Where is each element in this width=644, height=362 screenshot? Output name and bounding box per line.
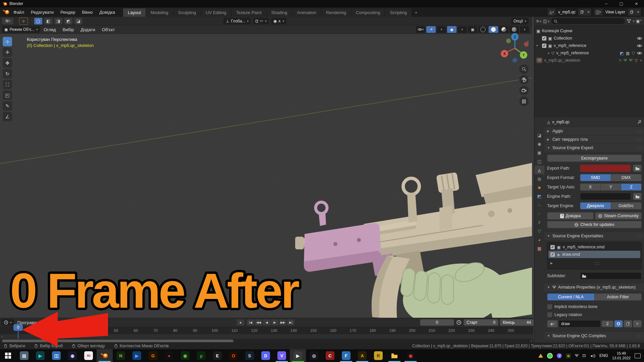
properties-tab-texture-icon[interactable]: ▦ bbox=[534, 244, 544, 253]
overlays-toggle[interactable]: ◉ bbox=[447, 26, 457, 33]
export-path-field[interactable] bbox=[580, 165, 631, 172]
outliner-row-collection[interactable]: ✓ ▣ Collection bbox=[534, 35, 644, 42]
frame-end-field[interactable]: Кінець44 bbox=[500, 319, 534, 326]
properties-tab-scene-icon[interactable]: ◬ bbox=[534, 166, 544, 174]
properties-tab-material-icon[interactable]: ◕ bbox=[534, 235, 544, 244]
visibility-dropdown[interactable]: ▾ bbox=[416, 26, 425, 33]
camera-view-icon[interactable] bbox=[519, 86, 529, 95]
new-scene-icon[interactable] bbox=[578, 8, 586, 16]
taskbar-topaz-video[interactable]: ▶ bbox=[129, 349, 145, 362]
playhead-line[interactable] bbox=[18, 331, 18, 339]
fake-user-shield-button[interactable] bbox=[614, 320, 623, 327]
workspace-tab-rendering[interactable]: Rendering bbox=[321, 8, 351, 17]
view-layer-selector[interactable]: ◫ ▾ View Layer × bbox=[594, 8, 641, 16]
eye-icon[interactable] bbox=[637, 36, 642, 41]
taskbar-utorrent[interactable]: µ bbox=[193, 349, 209, 362]
checkbox-checked[interactable]: ✓ bbox=[550, 245, 555, 249]
properties-tab-object-icon[interactable]: ■ bbox=[534, 183, 544, 192]
pose-icon[interactable]: Ψ bbox=[624, 58, 627, 63]
zoom-icon[interactable] bbox=[519, 64, 529, 74]
new-view-layer-icon[interactable] bbox=[628, 8, 635, 16]
steam-community-button[interactable]: Steam Community bbox=[595, 212, 642, 220]
next-keyframe-button[interactable]: ▶▶ bbox=[279, 319, 286, 325]
engine-source-button[interactable]: Джерело bbox=[580, 202, 611, 209]
taskbar-file-explorer[interactable] bbox=[386, 349, 402, 362]
axis-z-button[interactable]: Z bbox=[621, 184, 641, 190]
epic-games-icon[interactable]: E bbox=[213, 351, 222, 360]
workspace-tab-modeling[interactable]: Modeling bbox=[146, 8, 173, 17]
taskbar-blender[interactable] bbox=[97, 349, 113, 362]
workspace-tab-sculpting[interactable]: Sculpting bbox=[173, 8, 201, 17]
franz-icon[interactable]: F bbox=[342, 351, 351, 360]
scene-name[interactable]: v_mp5.qc bbox=[555, 10, 578, 14]
xray-toggle[interactable]: ▣ bbox=[468, 26, 477, 33]
scrollbar-handle[interactable] bbox=[2, 340, 233, 342]
taskbar-ubisoft-connect[interactable]: ◎ bbox=[306, 349, 322, 362]
volume-tray-icon[interactable]: ◄)) bbox=[590, 354, 595, 358]
viewport-menu-Вибір[interactable]: Вибір bbox=[59, 27, 77, 32]
checkbox-checked[interactable]: ✓ bbox=[542, 44, 546, 48]
disc-tool-icon[interactable]: ◉ bbox=[181, 351, 190, 360]
options-dropdown[interactable]: Опції ▾ bbox=[511, 18, 529, 24]
shading-dropdown[interactable]: ▾ bbox=[520, 26, 529, 33]
format-dmx-button[interactable]: DMX bbox=[611, 174, 642, 181]
armature-icon[interactable]: Ψ bbox=[536, 58, 542, 63]
expand-arrow-icon[interactable]: ▸ bbox=[548, 51, 550, 55]
media-player-classic-icon[interactable]: ▶ bbox=[293, 351, 302, 360]
export-button[interactable]: Експортувати bbox=[547, 155, 642, 162]
blender-logo-icon[interactable] bbox=[100, 351, 109, 360]
legacy-rotation-checkbox[interactable] bbox=[547, 312, 552, 317]
mp5-model[interactable] bbox=[295, 154, 532, 318]
filter-funnel-icon[interactable] bbox=[627, 19, 631, 23]
workspace-tab-animation[interactable]: Animation bbox=[292, 8, 321, 17]
viewport-menu-Додати[interactable]: Додати bbox=[77, 27, 99, 32]
tool-select-box-icon[interactable]: ⊹ bbox=[19, 18, 28, 24]
taskbar-disc-tool[interactable]: ◉ bbox=[177, 349, 193, 362]
workspace-tab-compositing[interactable]: Compositing bbox=[351, 8, 385, 17]
view-layer-name[interactable]: View Layer bbox=[603, 10, 628, 14]
modifier-wrench-icon[interactable]: ◩ bbox=[620, 51, 624, 56]
section-audio[interactable]: ▶Аудіо:::: bbox=[544, 127, 644, 135]
properties-tab-modifiers-icon[interactable]: ◩ bbox=[534, 192, 544, 200]
eye-icon[interactable] bbox=[637, 51, 642, 56]
panel-collapse-arrow[interactable]: ‹ bbox=[527, 39, 529, 44]
taskbar-aimp[interactable]: A bbox=[354, 349, 370, 362]
taskbar-gigapixel[interactable]: G bbox=[145, 349, 161, 362]
network-tray-icon[interactable]: ⊡ bbox=[582, 353, 586, 358]
pin-icon[interactable] bbox=[637, 120, 642, 124]
taskbar-ccleaner[interactable]: C bbox=[322, 349, 338, 362]
properties-tab-view-layer-icon[interactable]: ◫ bbox=[534, 157, 544, 166]
workspace-tab-shading[interactable]: Shading bbox=[267, 8, 292, 17]
taskbar-3d-youtube-downloader[interactable]: 3D bbox=[80, 349, 97, 362]
notepad-plus-icon[interactable]: N bbox=[116, 351, 125, 360]
exportable-reference-row[interactable]: ✓ ▣v_mp5_reference.smd bbox=[548, 243, 640, 251]
filmora-icon[interactable]: ▶ bbox=[36, 351, 45, 360]
navigation-gizmo[interactable]: Z X Y bbox=[500, 32, 530, 62]
implicit-motionless-checkbox[interactable] bbox=[547, 304, 552, 309]
shading-solid-icon[interactable] bbox=[489, 26, 498, 33]
frame-start-field[interactable]: Старт0 bbox=[464, 319, 498, 326]
section-rigid-world[interactable]: ▶Світ твердого тіла:::: bbox=[544, 135, 644, 143]
checkbox-checked[interactable]: ✓ bbox=[542, 36, 546, 41]
section-source-engine-export[interactable]: ▼Source Engine Export:::: bbox=[544, 143, 644, 152]
taskbar-screen-recorder[interactable]: ● bbox=[161, 349, 177, 362]
screen-recorder-icon[interactable]: ● bbox=[165, 351, 173, 360]
gizmo-toggle[interactable]: ↗ bbox=[426, 26, 436, 33]
engine-path-field[interactable] bbox=[580, 193, 631, 200]
eye-icon[interactable] bbox=[637, 43, 642, 48]
properties-tab-output-icon[interactable]: ▣ bbox=[534, 148, 544, 157]
select-mode-extend-icon[interactable]: ◧ bbox=[44, 18, 52, 24]
properties-tab-constraints-icon[interactable]: ◊ bbox=[534, 218, 544, 227]
taskbar-writer-app[interactable]: ◫ bbox=[48, 349, 64, 362]
outliner-filter-icon[interactable]: ◫ ▾ bbox=[543, 19, 549, 23]
copy-action-button[interactable] bbox=[624, 320, 632, 327]
properties-tab-physics-icon[interactable]: ◌ bbox=[534, 209, 544, 218]
video-editor-icon[interactable]: ▤ bbox=[20, 351, 29, 360]
tool-annotate[interactable]: ✎ bbox=[3, 101, 12, 111]
tool-select-box[interactable]: ⊹ bbox=[3, 37, 12, 46]
maximize-button[interactable]: ▢ bbox=[614, 0, 629, 7]
select-mode-intersect-icon[interactable]: ◪ bbox=[74, 18, 83, 24]
action-users-button[interactable]: 2 bbox=[601, 320, 613, 327]
tool-cursor[interactable]: ✛ bbox=[3, 48, 12, 57]
outliner-row-skeleton[interactable]: Ψ v_mp5.qc_skeleton ≈ Ψ Ψ ▽ ∨ bbox=[534, 57, 644, 64]
